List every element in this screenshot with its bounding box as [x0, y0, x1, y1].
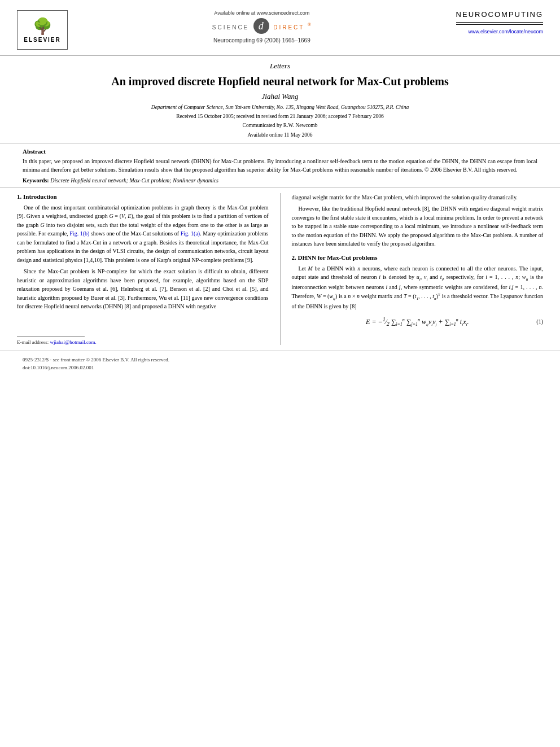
communicated-info: Communicated by R.W. Newcomb: [28, 121, 532, 129]
section1-right-body: diagonal weight matrix for the Max-Cut p…: [292, 193, 544, 248]
fig1b-link[interactable]: Fig. 1(b): [69, 230, 89, 237]
section-label: Letters: [28, 62, 532, 71]
fig1a-link[interactable]: Fig. 1(a): [181, 230, 200, 237]
footnote-divider: [17, 337, 85, 337]
journal-issue: Neurocomputing 69 (2006) 1665–1669: [79, 37, 445, 43]
footnote-email: E-mail address: wjiahai@hotmail.com.: [17, 339, 269, 345]
section1-para2: Since the Max-Cut problem is NP-complete…: [17, 267, 269, 311]
header-center: Available online at www.sciencedirect.co…: [68, 10, 456, 43]
elsevier-brand: ELSEVIER: [24, 37, 60, 43]
elsevier-url-link[interactable]: www.elsevier.com/locate/neucom: [468, 29, 543, 34]
direct-label: DIRECT: [273, 24, 304, 30]
journal-name: Neurocomputing: [456, 10, 543, 19]
keywords-line: Keywords: Discrete Hopfield neural netwo…: [23, 177, 537, 184]
section2-body: Let M be a DHNN with n neurons, where ea…: [292, 264, 544, 311]
column-divider: [280, 193, 281, 345]
available-online-text: Available online at www.sciencedirect.co…: [79, 10, 445, 16]
article-title: An improved discrete Hopfield neural net…: [28, 74, 532, 89]
received-info: Received 15 October 2005; received in re…: [28, 112, 532, 120]
abstract-section: Abstract In this paper, we proposed an i…: [0, 143, 560, 187]
header-right: Neurocomputing www.elsevier.com/locate/n…: [456, 10, 543, 34]
section2-para1: Let M be a DHNN with n neurons, where ea…: [292, 264, 544, 311]
section1-right-para2: However, like the traditional Hopfield n…: [292, 204, 544, 248]
section1-para1: One of the most important combinatorial …: [17, 203, 269, 265]
equation-text: E = −1⁄2 ∑i=1n ∑j=1n wijvivj + ∑i=1n tix…: [366, 316, 469, 327]
email-label: E-mail address:: [17, 339, 49, 345]
equation-block: E = −1⁄2 ∑i=1n ∑j=1n wijvivj + ∑i=1n tix…: [292, 316, 544, 327]
left-column: 1. Introduction One of the most importan…: [17, 187, 269, 345]
elsevier-tree-icon: 🌳: [33, 17, 53, 36]
copyright-text2: doi:10.1016/j.neucom.2006.02.001: [23, 365, 537, 370]
two-column-body: 1. Introduction One of the most importan…: [0, 187, 560, 345]
article-metadata: Letters An improved discrete Hopfield ne…: [0, 56, 560, 143]
abstract-title: Abstract: [23, 148, 537, 155]
author-name: Jiahai Wang: [28, 92, 532, 101]
footer-area: 0925-2312/$ - see front matter © 2006 El…: [0, 351, 560, 374]
science-label: SCIENCE: [212, 24, 249, 30]
header: 🌳 ELSEVIER Available online at www.scien…: [0, 0, 560, 56]
equation-number: (1): [536, 318, 543, 325]
section2-heading: 2. DHNN for Max-Cut problems: [292, 254, 544, 261]
abstract-text: In this paper, we proposed an improved d…: [23, 157, 537, 174]
sd-circle-icon: d: [253, 18, 269, 34]
keywords-text: Discrete Hopfield neural network; Max-Cu…: [50, 177, 218, 184]
author-affiliation: Department of Computer Science, Sun Yat-…: [28, 104, 532, 110]
section1-body: One of the most important combinatorial …: [17, 203, 269, 311]
elsevier-logo: 🌳 ELSEVIER: [17, 10, 68, 50]
page: 🌳 ELSEVIER Available online at www.scien…: [0, 0, 560, 747]
copyright-text1: 0925-2312/$ - see front matter © 2006 El…: [23, 357, 537, 362]
sciencedirect-logo: SCIENCE d DIRECT ®: [79, 18, 445, 34]
available-online-info: Available online 11 May 2006: [28, 131, 532, 139]
keywords-label: Keywords:: [23, 177, 49, 184]
section1-heading: 1. Introduction: [17, 193, 269, 200]
section1-right-para1: diagonal weight matrix for the Max-Cut p…: [292, 193, 544, 202]
right-column: diagonal weight matrix for the Max-Cut p…: [292, 187, 544, 345]
email-link[interactable]: wjiahai@hotmail.com.: [50, 339, 96, 345]
footnote-area: E-mail address: wjiahai@hotmail.com.: [17, 314, 269, 345]
